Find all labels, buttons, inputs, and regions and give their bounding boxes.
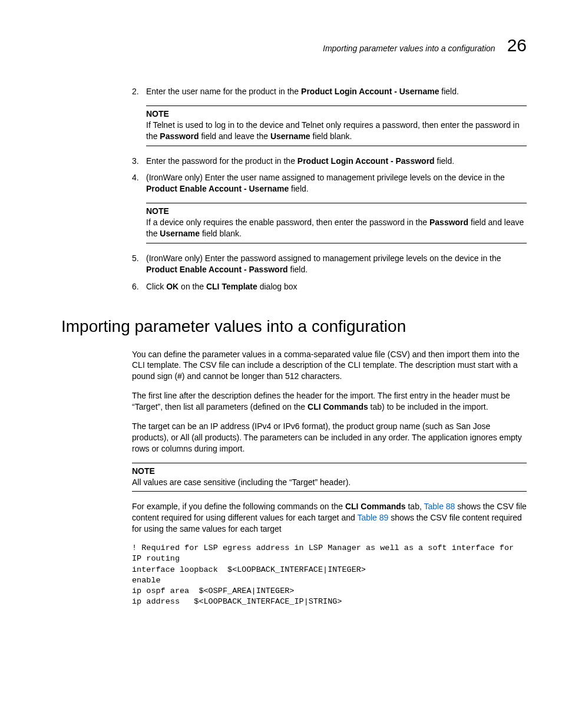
text: field and leave the	[199, 131, 270, 141]
bold-text: Password	[160, 131, 199, 141]
text: field.	[435, 156, 454, 166]
step-text: Click OK on the CLI Template dialog box	[146, 282, 297, 291]
step-item: 4.(IronWare only) Enter the user name as…	[132, 172, 527, 195]
cross-reference-link[interactable]: Table 89	[357, 513, 388, 522]
text: field blank.	[310, 131, 352, 141]
note-body: All values are case sensitive (including…	[132, 477, 351, 487]
note-body: If Telnet is used to log in to the devic…	[146, 120, 520, 141]
note-block: NOTEIf Telnet is used to log in to the d…	[146, 106, 527, 146]
section-heading: Importing parameter values into a config…	[61, 317, 527, 336]
step-item: 2.Enter the user name for the product in…	[132, 86, 527, 97]
bold-text: Password	[429, 218, 468, 227]
note-label: NOTE	[146, 206, 527, 217]
step-number: 2.	[132, 86, 139, 97]
bold-text: OK	[166, 282, 178, 291]
text: field blank.	[200, 229, 242, 238]
note-label: NOTE	[132, 466, 527, 477]
step-item: 6.Click OK on the CLI Template dialog bo…	[132, 281, 527, 292]
step-text: (IronWare only) Enter the user name assi…	[146, 173, 505, 193]
note-body: If a device only requires the enable pas…	[146, 218, 524, 238]
section-paragraphs: You can define the parameter values in a…	[132, 349, 527, 454]
bold-text: Product Login Account - Username	[301, 87, 439, 96]
text: tab) to be included in the import.	[368, 402, 488, 411]
step-number: 5.	[132, 253, 139, 264]
text: All values are case sensitive (including…	[132, 477, 351, 487]
text: Enter the user name for the product in t…	[146, 87, 301, 96]
paragraph: You can define the parameter values in a…	[132, 349, 527, 383]
note-label: NOTE	[146, 108, 527, 120]
text: (IronWare only) Enter the user name assi…	[146, 173, 505, 182]
step-number: 6.	[132, 281, 139, 292]
text: dialog box	[257, 282, 297, 291]
bold-text: Username	[270, 131, 310, 141]
text: You can define the parameter values in a…	[132, 350, 520, 381]
text: field.	[439, 87, 458, 96]
steps-list: 2.Enter the user name for the product in…	[132, 86, 527, 292]
text: field.	[289, 184, 308, 193]
step-number: 3.	[132, 156, 139, 167]
paragraph: The target can be an IP address (IPv4 or…	[132, 421, 527, 454]
bold-text: Username	[160, 229, 200, 238]
bold-text: CLI Commands	[308, 402, 368, 411]
step-text: Enter the password for the product in th…	[146, 156, 454, 166]
step-text: (IronWare only) Enter the password assig…	[146, 253, 501, 274]
bold-text: Product Enable Account - Password	[146, 265, 288, 274]
text: (IronWare only) Enter the password assig…	[146, 253, 501, 263]
text: field.	[288, 265, 308, 274]
text: For example, if you define the following…	[132, 502, 345, 511]
code-block: ! Required for LSP egress address in LSP…	[132, 543, 527, 607]
paragraph: For example, if you define the following…	[132, 501, 527, 535]
body-content: 2.Enter the user name for the product in…	[132, 86, 527, 607]
text: Click	[146, 282, 166, 291]
bold-text: Product Enable Account - Username	[146, 184, 289, 193]
bold-text: CLI Commands	[345, 502, 406, 511]
bold-text: CLI Template	[206, 282, 257, 291]
text: The target can be an IP address (IPv4 or…	[132, 421, 522, 453]
text: Enter the password for the product in th…	[146, 156, 297, 166]
running-header: Importing parameter values into a config…	[61, 35, 527, 55]
step-text: Enter the user name for the product in t…	[146, 87, 459, 96]
bold-text: Product Login Account - Password	[297, 156, 435, 166]
note-block: NOTEIf a device only requires the enable…	[146, 203, 527, 243]
step-item: 3.Enter the password for the product in …	[132, 156, 527, 167]
cross-reference-link[interactable]: Table 88	[424, 502, 455, 511]
text: If a device only requires the enable pas…	[146, 218, 429, 227]
text: tab,	[406, 502, 424, 511]
step-number: 4.	[132, 172, 139, 183]
note-block: NOTE All values are case sensitive (incl…	[132, 463, 527, 492]
running-header-chapter-number: 26	[507, 35, 527, 55]
step-item: 5.(IronWare only) Enter the password ass…	[132, 253, 527, 275]
text: on the	[178, 282, 206, 291]
running-header-title: Importing parameter values into a config…	[323, 44, 495, 53]
paragraph: The first line after the description def…	[132, 390, 527, 413]
